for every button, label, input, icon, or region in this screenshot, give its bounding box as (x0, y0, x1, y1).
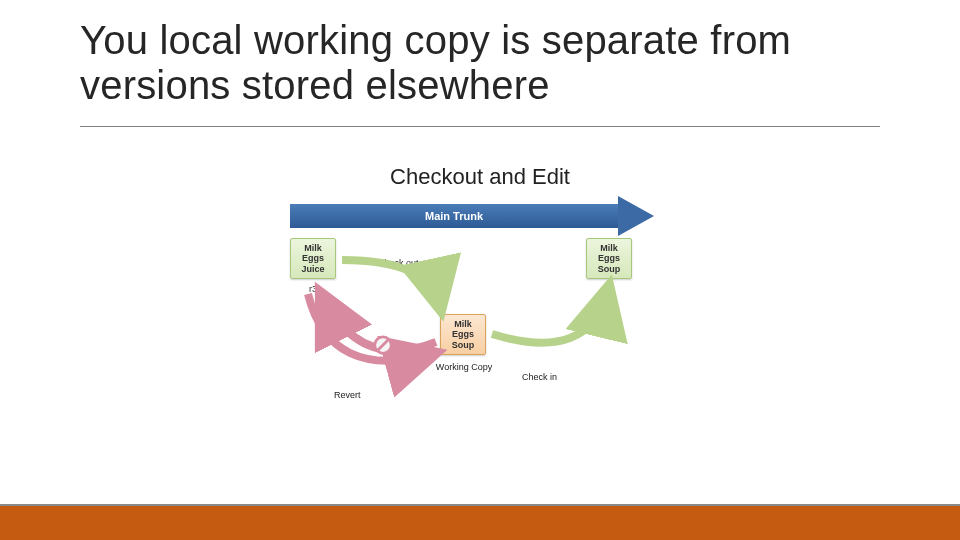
revision-box-r3: Milk Eggs Juice (290, 238, 336, 279)
wc-item-1: Milk (443, 319, 483, 329)
wc-item-2: Eggs (443, 329, 483, 339)
trunk-label: Main Trunk (425, 210, 483, 222)
revert-label: Revert (334, 390, 361, 400)
checkin-label: Check in (522, 372, 557, 382)
title-block: You local working copy is separate from … (80, 18, 880, 108)
r3-item-1: Milk (293, 243, 333, 253)
revision-box-r4: Milk Eggs Soup (586, 238, 632, 279)
r4-item-3: Soup (589, 264, 629, 274)
r4-item-1: Milk (589, 243, 629, 253)
diagram-heading: Checkout and Edit (0, 164, 960, 190)
diagram: Main Trunk Milk Eggs Juice r3 Milk Eggs … (290, 204, 670, 424)
slide-title: You local working copy is separate from … (80, 18, 880, 108)
working-copy-label: Working Copy (434, 362, 494, 372)
revision-label-r3: r3 (290, 284, 336, 294)
trunk-arrowhead (618, 196, 654, 236)
title-underline (80, 126, 880, 127)
r3-item-3: Juice (293, 264, 333, 274)
checkin-arrow (492, 290, 608, 343)
r3-item-2: Eggs (293, 253, 333, 263)
revert-arrow-2 (308, 294, 432, 361)
bottom-accent-bar (0, 506, 960, 540)
checkout-label: Check out (378, 258, 419, 268)
wc-item-3: Soup (443, 340, 483, 350)
trunk-bar: Main Trunk (290, 204, 618, 228)
working-copy-box: Milk Eggs Soup (440, 314, 486, 355)
prohibited-icon (372, 334, 394, 356)
slide: You local working copy is separate from … (0, 0, 960, 540)
revision-label-r4: r4 (586, 284, 632, 294)
r4-item-2: Eggs (589, 253, 629, 263)
